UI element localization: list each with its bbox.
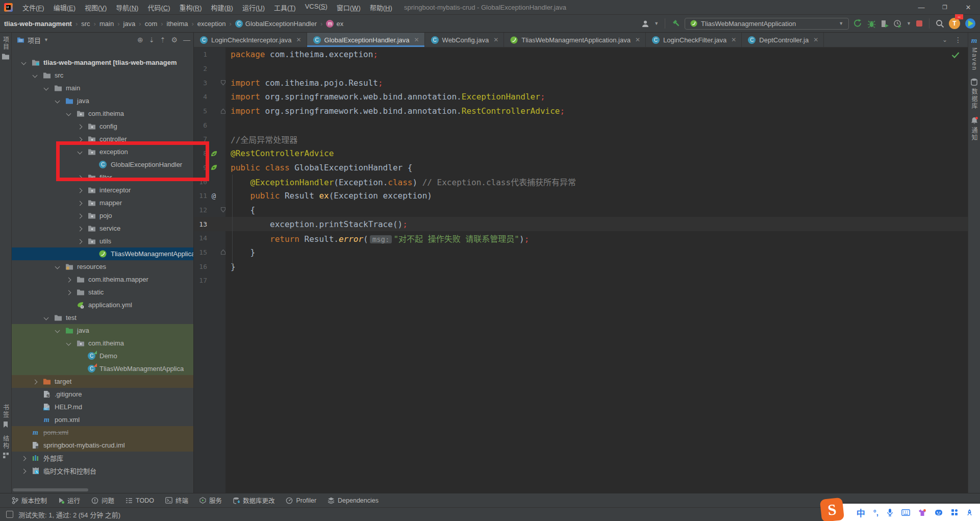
menu-item-9[interactable]: VCS(S) [300, 3, 332, 12]
chevron-right-icon[interactable] [21, 455, 27, 461]
tool-stripe-button-结构[interactable]: 结构 [2, 432, 10, 462]
line-number[interactable]: 9 [194, 164, 207, 171]
hide-icon[interactable]: — [183, 36, 190, 44]
breadcrumb-item[interactable]: exception [197, 20, 226, 28]
maximize-button[interactable]: ❐ [933, 0, 957, 14]
punct-icon[interactable]: °, [873, 508, 878, 517]
chevron-down-icon[interactable] [66, 111, 71, 116]
tree-row-main[interactable]: main [12, 82, 193, 94]
chevron-right-icon[interactable] [77, 123, 83, 129]
tree-row-filter[interactable]: filter [12, 171, 193, 184]
tool-window-button-运行[interactable]: 运行 [54, 493, 85, 507]
chevron-right-icon[interactable] [32, 379, 38, 384]
tree-row-exception[interactable]: exception [12, 145, 193, 158]
test-status-text[interactable]: 测试失败: 1, 通过: 2 (54 分钟 之前) [18, 510, 120, 519]
tree-row-static[interactable]: static [12, 286, 193, 299]
chevron-down-icon[interactable] [55, 264, 60, 269]
menu-item-7[interactable]: 运行(U) [238, 3, 269, 12]
breadcrumb-item[interactable]: main [99, 20, 114, 28]
tree-row-临时文件和控制台[interactable]: 临时文件和控制台 [12, 464, 193, 477]
build-hammer-icon[interactable] [671, 19, 680, 28]
tree-row-tlias-web-managment-tlias-web-managem[interactable]: tlias-web-managment [tlias-web-managem [12, 56, 193, 69]
tree-row-interceptor[interactable]: interceptor [12, 184, 193, 196]
tool-window-button-终端[interactable]: 终端 [161, 493, 193, 507]
chevron-right-icon[interactable] [21, 468, 27, 474]
chevron-down-icon[interactable] [77, 149, 83, 155]
editor-tab-tliaswebmanagmentapplication.java[interactable]: TliasWebManagmentApplication.java✕ [504, 33, 646, 47]
line-number[interactable]: 5 [194, 107, 207, 115]
tree-row-springboot-mybatis-crud.iml[interactable]: springboot-mybatis-crud.iml [12, 439, 193, 452]
menu-item-11[interactable]: 帮助(H) [365, 3, 397, 12]
sogou-logo-icon[interactable]: S [820, 498, 844, 521]
tree-row-config[interactable]: config [12, 120, 193, 133]
chevron-down-icon[interactable] [55, 328, 60, 333]
tool-window-button-问题[interactable]: 问题 [87, 493, 119, 507]
code-line-6[interactable]: 6 [194, 118, 968, 132]
code-line-9[interactable]: 9public class GlobalExceptionHandler { [194, 161, 968, 175]
tree-row-test[interactable]: test [12, 311, 193, 324]
menu-item-6[interactable]: 构建(B) [207, 3, 238, 12]
chevron-down-icon[interactable] [55, 98, 60, 104]
tab-options-kebab-icon[interactable]: ⋮ [954, 36, 962, 44]
user-dropdown-icon[interactable]: ▼ [654, 21, 659, 26]
breadcrumb-item[interactable]: itheima [167, 20, 188, 28]
chevron-down-icon[interactable] [32, 72, 38, 78]
close-button[interactable]: ✕ [957, 0, 980, 14]
code-editor[interactable]: 1package com.itheima.exception;23import … [194, 47, 968, 493]
at-icon[interactable]: @ [208, 192, 219, 200]
tab-close-icon[interactable]: ✕ [493, 36, 498, 43]
breadcrumb-item[interactable]: tlias-web-managment [4, 20, 72, 28]
code-line-10[interactable]: 10 @ExceptionHandler(Exception.class) //… [194, 175, 968, 189]
tool-window-button-Dependencies[interactable]: Dependencies [323, 493, 383, 507]
line-number[interactable]: 15 [194, 249, 207, 256]
stop-icon[interactable] [916, 20, 923, 27]
debug-icon[interactable] [867, 19, 876, 28]
menu-item-4[interactable]: 代码(C) [143, 3, 174, 12]
tool-window-button-数据库更改[interactable]: 数据库更改 [229, 493, 280, 507]
chevron-right-icon[interactable] [77, 213, 83, 218]
tree-row-pom.xml[interactable]: mpom.xml [12, 413, 193, 426]
tree-row-application.yml[interactable]: application.yml [12, 299, 193, 311]
editor-tab-globalexceptionhandler.java[interactable]: CGlobalExceptionHandler.java✕ [307, 33, 425, 47]
breadcrumb-item[interactable]: mex [326, 20, 343, 28]
code-line-7[interactable]: 7//全局异常处理器 [194, 132, 968, 146]
line-number[interactable]: 4 [194, 93, 207, 101]
expand-all-icon[interactable]: ⇣ [149, 36, 155, 44]
breadcrumb-item[interactable]: com [145, 20, 158, 28]
tool-window-button-TODO[interactable]: TODO [121, 493, 159, 507]
spring-down-icon[interactable] [208, 164, 219, 171]
chevron-down-icon[interactable] [43, 85, 49, 91]
code-line-13[interactable]: 13 exception.printStackTrace(); [194, 217, 968, 231]
profiler-dropdown-icon[interactable]: ▼ [907, 21, 911, 26]
tree-row-java[interactable]: java [12, 324, 193, 337]
editor-tab-deptcontroller.ja[interactable]: CDeptController.ja✕ [742, 33, 824, 47]
code-line-17[interactable]: 17 [194, 274, 968, 288]
user-icon[interactable] [641, 20, 649, 28]
chevron-right-icon[interactable] [77, 226, 83, 231]
fold-down-icon[interactable] [219, 207, 227, 213]
code-line-12[interactable]: 12 { [194, 203, 968, 217]
code-line-4[interactable]: 4import org.springframework.web.bind.ann… [194, 90, 968, 104]
translation-plugin-icon[interactable]: T– [949, 18, 960, 29]
tree-row-com.itheima.mapper[interactable]: com.itheima.mapper [12, 273, 193, 286]
search-everywhere-icon[interactable] [936, 19, 944, 28]
tree-row-pojo[interactable]: pojo [12, 209, 193, 222]
tree-row-help.md[interactable]: MDHELP.md [12, 401, 193, 413]
line-number[interactable]: 11 [194, 192, 207, 200]
breadcrumb-item[interactable]: CGlobalExceptionHandler [235, 20, 317, 28]
line-number[interactable]: 1 [194, 51, 207, 58]
tree-row-resources[interactable]: resources [12, 260, 193, 273]
tool-stripe-button-项目[interactable]: 项目 [2, 33, 10, 63]
menu-item-5[interactable]: 重构(R) [175, 3, 207, 12]
tree-row-.gitignore[interactable]: .gitignore [12, 388, 193, 401]
tool-window-button-Profiler[interactable]: Profiler [281, 493, 321, 507]
fold-up-icon[interactable] [219, 249, 227, 255]
tree-row-mapper[interactable]: mapper [12, 196, 193, 209]
chevron-right-icon[interactable] [77, 187, 83, 193]
menu-item-0[interactable]: 文件(F) [18, 3, 49, 12]
chevron-down-icon[interactable] [66, 340, 71, 346]
code-line-1[interactable]: 1package com.itheima.exception; [194, 47, 968, 62]
minimize-button[interactable]: — [910, 0, 933, 14]
spring-check-icon[interactable] [208, 150, 219, 157]
chevron-right-icon[interactable] [77, 175, 83, 180]
